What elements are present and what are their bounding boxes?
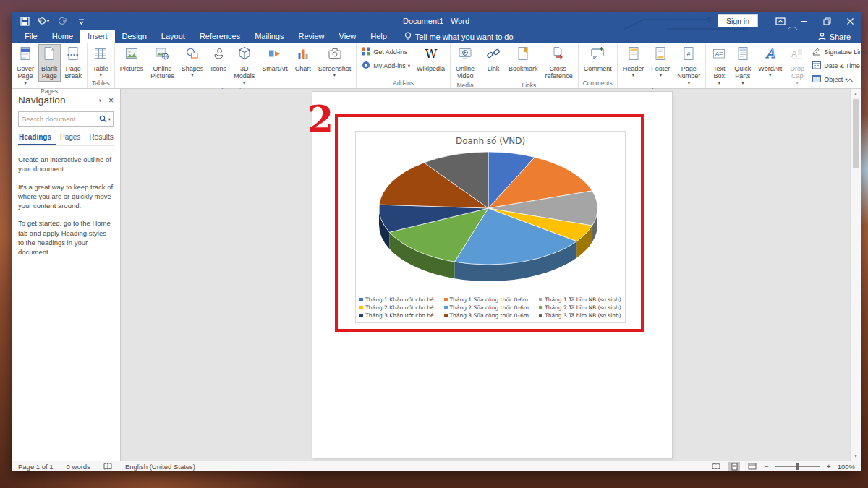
qat-customize-button[interactable] [75, 15, 87, 27]
search-icon[interactable] [99, 115, 107, 123]
print-layout-button[interactable] [728, 462, 740, 471]
object-button[interactable]: Object▾ [810, 73, 868, 86]
screenshot-button[interactable]: Screenshot▾ [315, 44, 354, 80]
zoom-slider[interactable] [775, 466, 820, 467]
page-number-button[interactable]: #Page Number▾ [674, 44, 703, 87]
signature-line-button[interactable]: Signature Line▾ [810, 46, 868, 59]
tab-view[interactable]: View [332, 30, 364, 43]
header-button[interactable]: Header▾ [620, 44, 647, 80]
close-icon [846, 17, 854, 25]
3d-models-button[interactable]: 3D Models▾ [231, 44, 258, 87]
screenshot-icon [327, 46, 343, 61]
page-indicator[interactable]: Page 1 of 1 [12, 463, 60, 471]
shapes-button[interactable]: Shapes▾ [179, 44, 207, 80]
tab-home[interactable]: Home [45, 30, 80, 43]
save-button[interactable] [19, 15, 30, 27]
cross-reference-button[interactable]: Cross- reference [542, 44, 576, 82]
navigation-dropdown-button[interactable]: ▾ [99, 98, 101, 103]
comment-icon [590, 46, 605, 61]
read-mode-button[interactable] [710, 462, 722, 471]
restore-icon [823, 17, 831, 25]
minimize-button[interactable] [793, 13, 814, 29]
smartart-button[interactable]: SmartArt [259, 44, 291, 74]
tab-design[interactable]: Design [115, 30, 154, 43]
date-time-icon [812, 60, 822, 70]
my-add-ins-button[interactable]: My Add-ins▾ [359, 59, 412, 72]
navigation-close-button[interactable]: × [109, 95, 114, 106]
blank-page-button[interactable]: Blank Page [38, 44, 61, 82]
get-add-ins-button[interactable]: Get Add-ins [359, 46, 412, 59]
tab-mailings[interactable]: Mailings [247, 30, 291, 43]
tab-insert[interactable]: Insert [80, 30, 115, 43]
tab-layout[interactable]: Layout [154, 30, 192, 43]
ribbon-group-links: LinkBookmarkCross- referenceLinks [480, 43, 579, 88]
wordart-button[interactable]: AWordArt▾ [755, 44, 785, 80]
navigation-title: Navigation [18, 95, 66, 106]
page-break-button[interactable]: Page Break [62, 44, 85, 82]
pictures-button[interactable]: Pictures [117, 44, 147, 74]
share-button[interactable]: Share [818, 30, 851, 43]
vertical-scrollbar: ▲ ▼ [850, 89, 861, 461]
scrollbar-thumb[interactable] [853, 99, 859, 168]
dropdown-arrow-icon: ▾ [191, 72, 193, 78]
footer-button[interactable]: Footer▾ [648, 44, 673, 80]
sign-in-button[interactable]: Sign in [718, 14, 758, 27]
tab-file[interactable]: File [17, 30, 45, 43]
nav-tab-pages[interactable]: Pages [56, 133, 85, 145]
restore-button[interactable] [816, 13, 838, 29]
wikipedia-button[interactable]: WWikipedia [414, 44, 448, 74]
page-break-icon [65, 46, 81, 61]
dropdown-arrow-icon: ▾ [632, 72, 634, 78]
web-layout-button[interactable] [746, 462, 758, 471]
language-indicator[interactable]: English (United States) [119, 463, 202, 471]
search-box: ▾ [18, 111, 114, 127]
pictures-icon [124, 46, 140, 61]
zoom-level[interactable]: 100% [838, 463, 855, 471]
proofing-button[interactable] [97, 463, 119, 471]
dropdown-arrow-icon: ▾ [688, 80, 690, 86]
bookmark-button[interactable]: Bookmark [506, 44, 541, 74]
navigation-pane: Navigation ▾ × ▾ HeadingsPagesResults Cr… [12, 89, 121, 461]
tab-help[interactable]: Help [363, 30, 394, 43]
date-time-button[interactable]: Date & Time [810, 59, 868, 72]
undo-button[interactable]: ▾ [38, 15, 49, 27]
ribbon-groups: Cover Page▾Blank PagePage BreakPagesTabl… [12, 43, 868, 88]
online-pictures-button[interactable]: Online Pictures [148, 44, 177, 82]
drop-cap-button[interactable]: ADrop Cap▾ [786, 44, 808, 87]
close-button[interactable] [839, 13, 861, 29]
link-icon [485, 46, 501, 61]
table-button[interactable]: Table▾ [90, 44, 111, 80]
ribbon-tabs: FileHomeInsertDesignLayoutReferencesMail… [17, 30, 394, 43]
dropdown-arrow-icon: ▾ [796, 80, 799, 86]
zoom-out-button[interactable]: − [765, 463, 769, 471]
icons-button[interactable]: Icons [208, 44, 229, 74]
nav-tab-results[interactable]: Results [85, 133, 117, 145]
chart-button[interactable]: Chart [292, 44, 314, 74]
comment-button[interactable]: Comment [581, 44, 615, 74]
zoom-in-button[interactable]: + [827, 463, 831, 471]
search-input[interactable] [19, 115, 99, 123]
link-button[interactable]: Link [482, 44, 504, 74]
dropdown-arrow-icon: ▾ [769, 72, 771, 78]
ribbon-display-options-button[interactable] [770, 13, 791, 29]
zoom-slider-thumb[interactable] [796, 463, 799, 470]
scroll-down-button[interactable]: ▼ [851, 451, 860, 461]
svg-text:A: A [791, 49, 797, 59]
quick-parts-button[interactable]: Quick Parts▾ [731, 44, 754, 87]
shapes-icon [184, 46, 200, 61]
annotation-rectangle [335, 114, 644, 332]
text-box-button[interactable]: AText Box▾ [708, 44, 730, 87]
desktop-wallpaper: R ▾ Document1 - Word Sign in FileHomeIns… [0, 0, 868, 488]
nav-tab-headings[interactable]: Headings [18, 133, 56, 145]
collapse-ribbon-button[interactable] [847, 77, 854, 84]
word-count[interactable]: 0 words [60, 463, 97, 471]
lightbulb-icon [404, 32, 412, 41]
search-dropdown-button[interactable]: ▾ [109, 116, 111, 122]
cover-page-button[interactable]: Cover Page▾ [14, 44, 37, 87]
tell-me-box[interactable]: Tell me what you want to do [404, 30, 514, 43]
tab-references[interactable]: References [192, 30, 247, 43]
redo-button[interactable] [56, 15, 68, 27]
tab-review[interactable]: Review [292, 30, 332, 43]
online-video-button[interactable]: Online Video [453, 44, 477, 82]
proofing-icon [103, 463, 112, 471]
